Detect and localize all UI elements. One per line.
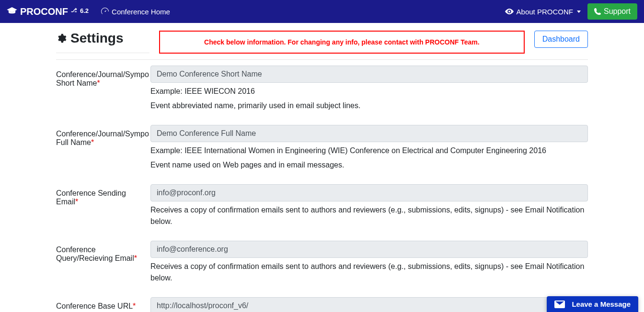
main-container: Settings Check below information. For ch… [56, 23, 588, 312]
help-query-email: Receives a copy of confirmation emails s… [150, 261, 588, 284]
input-sending-email[interactable] [150, 184, 588, 201]
info-alert: Check below information. For changing an… [159, 31, 525, 54]
label-query-email: Conference Query/Recieving Email* [56, 241, 150, 263]
input-base-url[interactable] [150, 297, 588, 312]
field-base-url: Conference Base URL* where PROCONF is in… [56, 297, 588, 312]
svg-point-0 [508, 11, 510, 12]
label-full-name: Conference/Journal/Symposium/Seminar Ful… [56, 125, 150, 147]
help-sending-email: Receives a copy of confirmation emails s… [150, 204, 588, 227]
mail-icon [554, 301, 565, 308]
help-short-name-2: Event abbreviated name, primarily used i… [150, 100, 588, 111]
navbar: PROCONF ⎇ 6.2 Conference Home About PROC… [0, 0, 644, 23]
label-sending-email: Conference Sending Email* [56, 184, 150, 206]
required-star: * [134, 254, 137, 262]
input-full-name[interactable] [150, 125, 588, 142]
brand-version: 6.2 [80, 7, 89, 14]
label-short-name-text: Conference/Journal/Symposium/Seminar Sho… [56, 70, 150, 87]
chevron-down-icon [577, 11, 581, 13]
divider [56, 59, 588, 60]
eye-icon [505, 9, 514, 14]
required-star: * [97, 79, 100, 87]
input-query-email[interactable] [150, 241, 588, 258]
dashboard-button-label: Dashboard [542, 35, 580, 43]
label-full-name-text: Conference/Journal/Symposium/Seminar Ful… [56, 130, 150, 146]
brand-logo[interactable]: PROCONF ⎇ 6.2 [7, 6, 89, 17]
gear-icon [56, 33, 67, 44]
info-alert-text: Check below information. For changing an… [204, 38, 480, 46]
field-sending-email: Conference Sending Email* Receives a cop… [56, 184, 588, 227]
label-base-url: Conference Base URL* [56, 297, 150, 311]
nav-about-dropdown[interactable]: About PROCONF [505, 8, 581, 16]
required-star: * [75, 198, 78, 206]
chat-widget[interactable]: Leave a Message [547, 296, 638, 312]
support-button[interactable]: Support [587, 3, 637, 20]
chat-widget-label: Leave a Message [572, 300, 631, 308]
help-short-name-1: Example: IEEE WIECON 2016 [150, 86, 588, 97]
nav-conference-home[interactable]: Conference Home [99, 5, 172, 19]
required-star: * [133, 302, 136, 310]
dashboard-icon [101, 8, 109, 15]
field-short-name: Conference/Journal/Symposium/Seminar Sho… [56, 66, 588, 111]
brand-text: PROCONF [20, 6, 68, 17]
branch-icon: ⎇ [71, 7, 77, 13]
support-button-label: Support [604, 7, 631, 16]
label-short-name: Conference/Journal/Symposium/Seminar Sho… [56, 66, 150, 88]
field-full-name: Conference/Journal/Symposium/Seminar Ful… [56, 125, 588, 171]
help-full-name-2: Event name used on Web pages and in emai… [150, 159, 588, 171]
label-query-email-text: Conference Query/Recieving Email [56, 245, 134, 262]
phone-icon [594, 8, 601, 15]
label-sending-email-text: Conference Sending Email [56, 189, 126, 206]
nav-conference-home-label: Conference Home [112, 8, 170, 16]
graduation-cap-icon [7, 7, 17, 15]
label-base-url-text: Conference Base URL [56, 302, 133, 310]
help-full-name-1: Example: IEEE International Women in Eng… [150, 145, 588, 156]
dashboard-button[interactable]: Dashboard [534, 31, 588, 48]
field-query-email: Conference Query/Recieving Email* Receiv… [56, 241, 588, 284]
input-short-name[interactable] [150, 66, 588, 83]
page-title: Settings [56, 31, 150, 50]
required-star: * [91, 138, 94, 146]
nav-about-label: About PROCONF [517, 8, 573, 16]
page-title-text: Settings [70, 31, 123, 46]
